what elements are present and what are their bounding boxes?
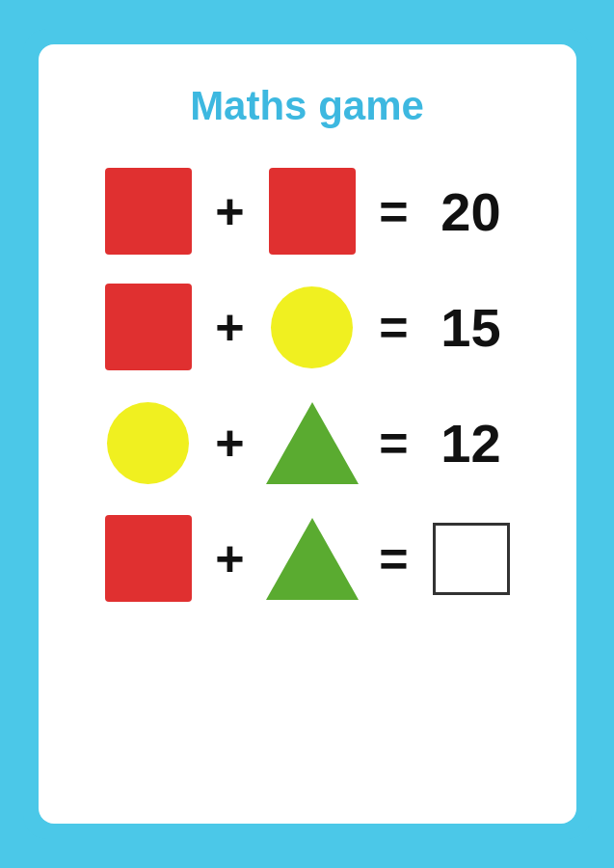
result-row2: 15 [433,296,510,359]
shape1-row1 [105,168,192,255]
plus-operator-row2: + [211,302,250,352]
red-square-icon [105,515,192,602]
shape2-row1 [269,168,356,255]
yellow-circle-icon [107,402,189,484]
equals-row4: = [375,533,414,583]
result-row1: 20 [433,180,510,243]
answer-box[interactable] [433,523,510,595]
shape2-row2 [269,284,356,370]
red-square-icon [105,168,192,255]
plus-operator-row1: + [211,186,250,236]
red-square-icon [105,284,192,370]
plus-operator-row3: + [211,418,250,468]
outer-border: Maths game + = 20 + [23,29,592,839]
shape2-row3 [269,399,356,486]
shape2-row4 [269,515,356,602]
equation-row: + = 12 [77,399,538,486]
green-triangle-icon [266,518,359,600]
equation-row: + = 20 [77,168,538,255]
equations-container: + = 20 + = 15 [77,168,538,602]
equals-row1: = [375,186,414,236]
result-row3: 12 [433,412,510,475]
green-triangle-icon [266,402,359,484]
equation-row: + = 15 [77,284,538,370]
shape1-row2 [105,284,192,370]
yellow-circle-icon [271,286,353,368]
red-square-icon [269,168,356,255]
card: Maths game + = 20 + [39,44,576,824]
equals-row3: = [375,418,414,468]
equals-row2: = [375,302,414,352]
shape1-row3 [105,399,192,486]
equation-row: + = [77,515,538,602]
plus-operator-row4: + [211,533,250,583]
shape1-row4 [105,515,192,602]
page-title: Maths game [190,83,424,129]
